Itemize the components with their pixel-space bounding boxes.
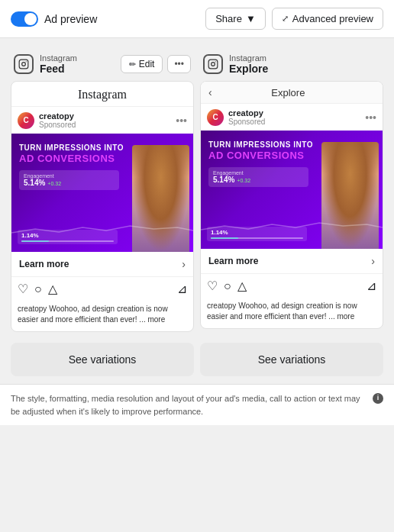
feed-ad-headline: TURN IMPRESSIONS INTO AD CONVERSIONS [19, 143, 186, 166]
expand-icon: ⤢ [282, 14, 289, 24]
explore-ad-image: TURN IMPRESSIONS INTO AD CONVERSIONS Eng… [201, 131, 383, 249]
variations-row: See variations See variations [0, 343, 394, 384]
explore-bookmark-icon[interactable]: ⊿ [367, 279, 376, 293]
explore-user-row: C creatopy Sponsored ••• [201, 104, 383, 131]
explore-back-icon[interactable]: ‹ [208, 86, 212, 98]
feed-stats-box: Engagement 5.14% +0.32 [19, 170, 119, 190]
explore-action-row: ♡ ○ △ ⊿ [201, 274, 383, 298]
explore-card: ‹ Explore C creatopy Sponsored ••• TURN … [200, 81, 383, 329]
explore-column: Instagram Explore ‹ Explore C creatopy S… [200, 49, 383, 332]
feed-action-left: ♡ ○ △ [18, 282, 57, 296]
share-button[interactable]: Share ▼ [205, 8, 266, 30]
feed-user-avatar: C [18, 112, 34, 129]
explore-username: creatopy [228, 108, 265, 118]
explore-comment-icon[interactable]: ○ [224, 279, 231, 293]
feed-platform-header: Instagram Feed ✏ Edit ••• [11, 49, 194, 81]
feed-edit-button[interactable]: ✏ Edit [121, 55, 163, 73]
instagram-feed-icon [14, 54, 34, 74]
footer-note: The style, formatting, media resolution … [0, 384, 394, 425]
pencil-icon: ✏ [129, 60, 136, 69]
feed-user-text: creatopy Sponsored [39, 111, 76, 129]
explore-sponsored: Sponsored [228, 118, 265, 126]
feed-user-dots[interactable]: ••• [176, 114, 187, 127]
advanced-label: Advanced preview [292, 13, 373, 24]
explore-chevron-right-icon: › [371, 255, 375, 267]
svg-point-5 [215, 61, 216, 62]
explore-user-dots[interactable]: ••• [365, 111, 376, 124]
ad-preview-toggle[interactable] [11, 11, 38, 27]
feed-instagram-logo: Instagram [11, 82, 193, 107]
explore-mini-graph: 1.14% [207, 227, 307, 241]
feed-bookmark-icon[interactable]: ⊿ [177, 282, 187, 296]
explore-learn-more-text: Learn more [208, 256, 258, 266]
feed-mini-graph: 1.14% [18, 230, 118, 244]
info-icon: i [373, 393, 383, 404]
feed-ad-image: TURN IMPRESSIONS INTO AD CONVERSIONS Eng… [11, 134, 193, 252]
feed-heart-icon[interactable]: ♡ [18, 282, 28, 296]
feed-column: Instagram Feed ✏ Edit ••• Instagram [11, 49, 194, 332]
feed-see-variations-button[interactable]: See variations [11, 343, 194, 376]
more-icon: ••• [174, 59, 184, 69]
feed-caption: creatopy Woohoo, ad design creation is n… [11, 301, 193, 331]
feed-platform-info: Instagram Feed [14, 53, 77, 75]
explore-user-avatar: C [207, 109, 224, 126]
feed-more-button[interactable]: ••• [167, 55, 191, 73]
explore-heart-icon[interactable]: ♡ [207, 279, 218, 293]
explore-learn-more-row[interactable]: Learn more › [201, 249, 383, 274]
svg-point-2 [26, 61, 27, 62]
feed-platform-type: Feed [40, 63, 77, 75]
explore-platform-header: Instagram Explore [200, 49, 383, 81]
feed-share-icon[interactable]: △ [48, 282, 57, 296]
header-title: Ad preview [44, 13, 97, 25]
explore-platform-name: Instagram [229, 53, 268, 63]
explore-see-variations-button[interactable]: See variations [200, 343, 383, 376]
explore-stats-box: Engagement 5.14% +0.32 [208, 167, 308, 187]
explore-platform-type: Explore [229, 63, 268, 75]
footer-text: The style, formatting, media resolution … [11, 392, 370, 418]
svg-point-1 [22, 63, 26, 66]
explore-user-info: C creatopy Sponsored [207, 108, 265, 126]
explore-caption: creatopy Woohoo, ad design creation is n… [201, 298, 383, 328]
explore-platform-text: Instagram Explore [229, 53, 268, 75]
share-label: Share [215, 13, 242, 24]
svg-rect-3 [208, 60, 218, 69]
svg-point-4 [212, 63, 215, 66]
advanced-preview-button[interactable]: ⤢ Advanced preview [272, 8, 383, 30]
feed-platform-text: Instagram Feed [40, 53, 77, 75]
svg-rect-0 [19, 60, 28, 69]
feed-comment-icon[interactable]: ○ [34, 282, 42, 296]
explore-title: Explore [271, 87, 305, 98]
explore-platform-info: Instagram Explore [203, 53, 268, 75]
feed-user-row: C creatopy Sponsored ••• [11, 107, 193, 134]
header-left: Ad preview [11, 11, 97, 27]
feed-card: Instagram C creatopy Sponsored ••• TURN … [11, 81, 194, 332]
instagram-explore-icon [203, 54, 223, 74]
explore-action-left: ♡ ○ △ [207, 279, 247, 293]
feed-platform-actions: ✏ Edit ••• [121, 55, 191, 73]
edit-label: Edit [139, 59, 155, 69]
chevron-down-icon: ▼ [246, 13, 256, 24]
feed-user-info: C creatopy Sponsored [18, 111, 76, 129]
feed-chevron-right-icon: › [182, 258, 186, 270]
feed-username: creatopy [39, 111, 76, 121]
feed-learn-more-text: Learn more [19, 259, 69, 269]
header-right: Share ▼ ⤢ Advanced preview [205, 8, 383, 30]
header: Ad preview Share ▼ ⤢ Advanced preview [0, 0, 394, 38]
feed-learn-more-row[interactable]: Learn more › [11, 252, 193, 277]
feed-platform-name: Instagram [40, 53, 77, 63]
explore-user-text: creatopy Sponsored [228, 108, 265, 126]
explore-share-icon[interactable]: △ [237, 279, 247, 293]
feed-action-row: ♡ ○ △ ⊿ [11, 277, 193, 301]
explore-ad-headline: TURN IMPRESSIONS INTO AD CONVERSIONS [208, 140, 375, 163]
explore-top-bar: ‹ Explore [201, 82, 383, 104]
preview-area: Instagram Feed ✏ Edit ••• Instagram [0, 38, 394, 343]
feed-sponsored: Sponsored [39, 121, 76, 129]
